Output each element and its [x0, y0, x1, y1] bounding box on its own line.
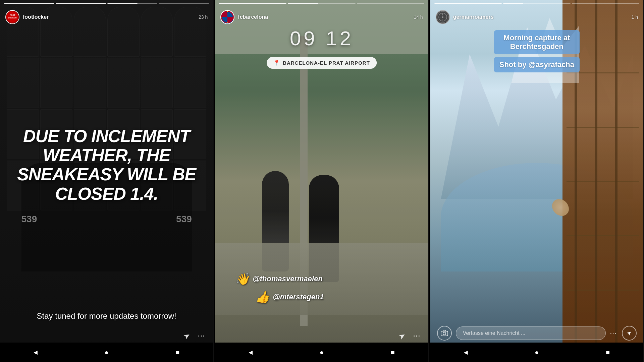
footer-right-icons: ⋯ ➤	[610, 326, 637, 341]
progress-fill-2	[56, 3, 106, 4]
thumbsup-emoji: 👍	[255, 290, 269, 304]
vert-bar-3	[615, 0, 618, 362]
recents-button-3[interactable]: ■	[599, 344, 616, 361]
location-name: BARCELONA-EL PRAT AIRPORT	[283, 60, 370, 66]
svg-rect-13	[443, 330, 446, 331]
progress-bars-2	[215, 0, 428, 4]
rail-2	[567, 127, 639, 128]
camera-svg	[441, 329, 448, 337]
progress-bar-2	[56, 3, 106, 4]
story-panel-2: fcbarcelona 14 h 09 12 📍 BARCELONA-EL PR…	[215, 0, 429, 362]
back-button-3[interactable]: ◄	[458, 344, 474, 361]
svg-text:FOOT: FOOT	[10, 14, 15, 16]
send-icon-2[interactable]: ➤	[397, 330, 407, 342]
story3-navbar: ◄ ● ■	[430, 343, 643, 362]
home-button-3[interactable]: ●	[528, 344, 545, 361]
progress-bar2-1	[219, 3, 286, 4]
progress-fill-3	[107, 3, 138, 4]
story2-username: fcbarcelona	[238, 14, 410, 20]
rail-5	[567, 290, 639, 291]
story2-header: fcbarcelona 14 h	[215, 6, 428, 27]
story-panel-3: germanroamers 1 h Morning capture at Ber…	[430, 0, 644, 362]
progress-bars-3	[430, 0, 643, 4]
story2-footer: ➤ ⋯	[215, 331, 428, 341]
back-button[interactable]: ◄	[27, 344, 44, 361]
progress-bar2-3	[357, 3, 424, 4]
mention-tag-1: 👋 @thomasvermaelen	[235, 272, 324, 286]
vert-bar-2	[595, 0, 597, 362]
story3-caption-box: Morning capture at Berchtesgaden Shot by…	[494, 30, 580, 75]
story1-header: FOOT LOCKER footlocker 23 h	[0, 6, 213, 27]
building-number-right: 539	[176, 214, 192, 225]
story3-time: 1 h	[632, 14, 638, 20]
rail-3	[567, 181, 639, 182]
footlocker-icon: FOOT LOCKER	[6, 11, 18, 23]
svg-point-12	[443, 332, 446, 335]
send-icon[interactable]: ➤	[182, 330, 192, 342]
story1-username: footlocker	[23, 14, 195, 20]
progress-bar-3	[107, 3, 158, 4]
camera-icon[interactable]	[437, 326, 452, 341]
mention-username-1: @thomasvermaelen	[253, 275, 323, 283]
svg-rect-11	[441, 331, 448, 336]
caption-line-1: Morning capture at	[503, 34, 570, 42]
more-icon-2[interactable]: ⋯	[413, 331, 420, 340]
home-button[interactable]: ●	[98, 344, 115, 361]
input-placeholder: Verfasse eine Nachricht ...	[463, 330, 526, 336]
svg-text:LOCKER: LOCKER	[8, 17, 17, 19]
progress-bar2-2	[288, 3, 355, 4]
gr-logo-inner	[436, 11, 449, 23]
mention-tag-2: 👍 @mterstegen1	[255, 290, 324, 304]
story-panel-1: FOOT LOCKER footlocker 23 h 539 539 DUE …	[0, 0, 214, 362]
story1-footer: ➤ ⋯	[0, 331, 213, 341]
caption-bubble-2: Shot by @asyrafacha	[494, 57, 580, 72]
progress-fill2-1	[219, 3, 286, 4]
story1-main-content: DUE TO INCLEMENT WEATHER, THE SNEAKEASY …	[0, 127, 213, 203]
progress-bar-4	[159, 3, 209, 4]
progress-fill-1	[4, 3, 54, 4]
caption-bubble-1: Morning capture at Berchtesgaden	[494, 30, 580, 54]
progress-bar3-3	[572, 3, 639, 4]
location-badge: 📍 BARCELONA-EL PRAT AIRPORT	[267, 57, 377, 69]
story1-time: 23 h	[199, 14, 208, 20]
fcb-crest-icon	[221, 11, 234, 23]
progress-fill2-2	[288, 3, 318, 4]
send-arrow: ➤	[625, 329, 634, 338]
story2-navbar: ◄ ● ■	[215, 343, 428, 362]
message-input[interactable]: Verfasse eine Nachricht ...	[456, 326, 606, 340]
building-number-left: 539	[21, 214, 37, 225]
story3-header: germanroamers 1 h	[430, 6, 643, 27]
avatar[interactable]: FOOT LOCKER	[5, 10, 19, 24]
wave-emoji: 👋	[235, 272, 249, 286]
rail-4	[567, 235, 639, 236]
send-icon-3[interactable]: ➤	[619, 323, 640, 344]
gr-avatar[interactable]	[436, 10, 450, 24]
progress-fill3-1	[434, 3, 502, 4]
story1-subtext: Stay tuned for more updates tomorrow!	[13, 310, 200, 322]
more-icon[interactable]: ⋯	[198, 331, 205, 340]
story1-headline: DUE TO INCLEMENT WEATHER, THE SNEAKEASY …	[10, 127, 203, 203]
footlocker-logo: FOOT LOCKER	[6, 11, 19, 23]
story2-mentions: 👋 @thomasvermaelen 👍 @mterstegen1	[235, 272, 324, 308]
progress-fill3-2	[503, 3, 523, 4]
gr-compass-icon	[436, 11, 449, 23]
caption-line-3: Shot by @asyrafacha	[499, 60, 574, 69]
story1-navbar: ◄ ● ■	[0, 343, 213, 362]
mention-username-2: @mterstegen1	[273, 293, 324, 301]
story2-time: 14 h	[414, 14, 423, 20]
recents-button[interactable]: ■	[169, 344, 186, 361]
back-button-2[interactable]: ◄	[242, 344, 259, 361]
svg-point-6	[442, 16, 443, 18]
recents-button-2[interactable]: ■	[384, 344, 401, 361]
progress-bar-1	[4, 3, 54, 4]
fcb-avatar[interactable]	[220, 10, 234, 24]
progress-bars	[0, 0, 213, 4]
progress-bar3-2	[503, 3, 571, 4]
story3-username: germanroamers	[453, 14, 628, 20]
more-icon-3[interactable]: ⋯	[610, 329, 616, 337]
home-button-2[interactable]: ●	[313, 344, 330, 361]
fcb-logo-inner	[221, 11, 234, 23]
story1-subtext-area: Stay tuned for more updates tomorrow!	[0, 310, 213, 322]
story2-timer: 09 12	[290, 27, 354, 50]
story3-input-area: Verfasse eine Nachricht ... ⋯ ➤	[430, 326, 643, 341]
